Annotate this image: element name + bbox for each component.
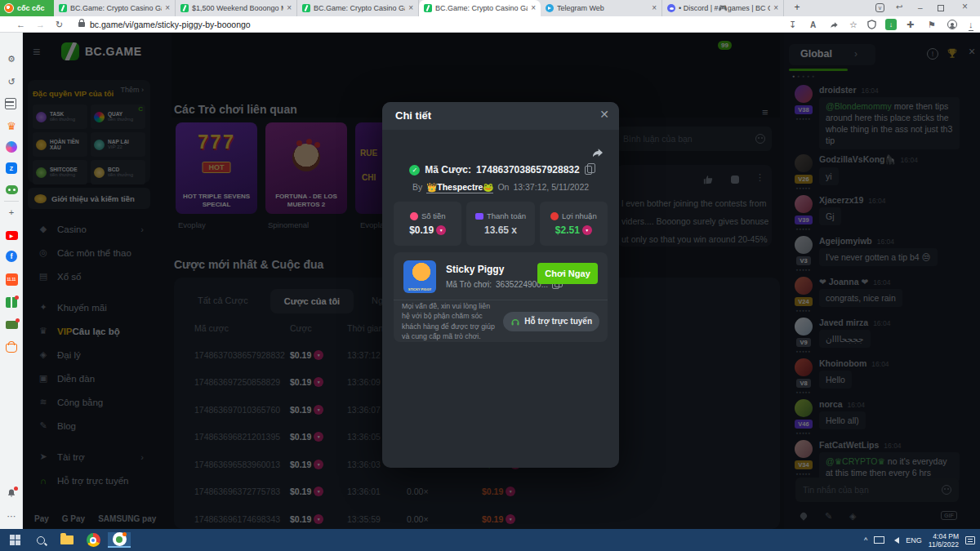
hidden-icons-chevron[interactable]: ^	[864, 536, 867, 544]
network-icon[interactable]	[874, 536, 884, 544]
games-controller-icon[interactable]	[5, 183, 18, 196]
tab-favicon	[302, 4, 310, 12]
shopping-cart-icon[interactable]	[5, 341, 18, 354]
bet-stats: Số tiền $0.19 Thanh toán 13.65 x Lợi nhu…	[394, 202, 608, 246]
more-icon[interactable]: ⋯	[5, 509, 18, 522]
window-minimize-button[interactable]: –	[918, 3, 923, 13]
tab-favicon	[667, 4, 675, 12]
language-indicator[interactable]: ENG	[906, 536, 922, 544]
modal-title: Chi tiết	[395, 109, 431, 122]
new-tab-button[interactable]: +	[791, 2, 804, 15]
tab-search-icon[interactable]: v	[875, 3, 884, 12]
stat-box: Lợi nhuận $2.51	[540, 202, 608, 246]
headset-icon	[510, 317, 520, 327]
browser-tab[interactable]: Telegram Web ×	[541, 0, 662, 16]
coccoc-brand-name: cốc cốc	[17, 4, 45, 12]
sale-11-11-icon[interactable]: 11.11	[5, 273, 18, 286]
tab-close-icon[interactable]: ×	[408, 4, 413, 12]
downloads-icon[interactable]: ↓	[969, 19, 973, 31]
browser-tab[interactable]: BC.Game: Crypto Casino Gam ×	[54, 0, 176, 16]
restore-session-icon[interactable]: ↩	[896, 2, 902, 12]
rail-divider	[4, 201, 19, 202]
play-now-button[interactable]: Chơi Ngay	[537, 263, 598, 284]
volume-icon[interactable]	[891, 537, 899, 544]
chrome-icon[interactable]	[82, 532, 105, 548]
browser-tab[interactable]: BC.Game: Crypto Casino Gan ×	[297, 0, 419, 16]
history-icon[interactable]: ↺	[5, 75, 18, 88]
coccoc-taskbar-icon[interactable]	[108, 532, 131, 548]
settings-gear-icon[interactable]: ⚙	[5, 52, 18, 65]
notification-bell-icon[interactable]	[5, 487, 18, 500]
forward-icon[interactable]: →	[36, 19, 45, 30]
window-close-button[interactable]: ×	[962, 2, 968, 11]
save-page-icon[interactable]: ↧	[789, 19, 796, 30]
back-icon[interactable]: ←	[16, 19, 25, 30]
reload-icon[interactable]: ↻	[56, 19, 63, 30]
crown-rewards-icon[interactable]: ♛	[5, 119, 18, 132]
bettor-username[interactable]: 👑Thespectre🐸	[426, 182, 493, 193]
adblock-shield-icon[interactable]	[867, 20, 876, 29]
download-manager-icon[interactable]: ↓	[885, 19, 897, 30]
tab-close-icon[interactable]: ×	[531, 4, 536, 12]
stat-box: Số tiền $0.19	[394, 202, 461, 246]
profile-icon[interactable]	[947, 20, 957, 29]
tab-favicon	[546, 4, 554, 12]
facebook-icon[interactable]: f	[5, 250, 18, 263]
youtube-icon[interactable]: ▶	[5, 229, 18, 242]
add-shortcut-icon[interactable]: +	[5, 206, 18, 219]
tab-title: BC.Game: Crypto Casino Gan	[314, 4, 405, 12]
action-center-icon[interactable]	[965, 536, 975, 544]
browser-addressbar: ← → ↻ bc.game/vi/game/sticky-piggy-by-bo…	[0, 16, 980, 33]
bet-datetime: 13:37:12, 5/11/2022	[513, 182, 589, 192]
share-icon[interactable]	[591, 146, 604, 159]
zalo-icon[interactable]: Z	[5, 162, 18, 175]
token-icon	[436, 225, 446, 235]
taskbar-search-icon[interactable]	[29, 532, 52, 548]
game-thumbnail[interactable]: STICKY PIGGY	[403, 260, 436, 293]
live-support-button[interactable]: Hỗ trợ trực tuyến	[503, 312, 599, 331]
tab-favicon	[424, 4, 432, 12]
tab-close-icon[interactable]: ×	[773, 4, 778, 12]
flag-icon[interactable]: ⚑	[928, 19, 936, 30]
school-icon[interactable]	[5, 318, 18, 331]
browser-tab[interactable]: $1,500 Weekend Booongo M ×	[176, 0, 297, 16]
windows-taskbar: ^ ENG 4:04 PM11/6/2022	[0, 529, 980, 551]
stat-icon	[410, 212, 418, 220]
bet-byline: By 👑Thespectre🐸 On 13:37:12, 5/11/2022	[382, 182, 619, 193]
url-text[interactable]: bc.game/vi/game/sticky-piggy-by-booongo	[90, 20, 251, 29]
bcgame-page: ≡ BC.GAME ◆ Casino ◎ Các môn thể thao CR…	[23, 33, 980, 529]
bet-id-line: ✓ Mã Cược: 1748637038657928832	[382, 164, 619, 176]
tab-favicon	[59, 4, 67, 12]
tab-close-icon[interactable]: ×	[287, 4, 292, 12]
file-explorer-icon[interactable]	[56, 532, 78, 548]
coccoc-sidebar-rail: ⚙ ↺ ♛ Z + ▶ f 11.11 ⋯	[0, 33, 23, 529]
window-maximize-button[interactable]	[938, 4, 944, 14]
system-tray: ^ ENG 4:04 PM11/6/2022	[864, 529, 975, 551]
messenger-icon[interactable]	[5, 140, 18, 153]
lock-icon[interactable]	[78, 22, 85, 27]
copy-icon[interactable]	[585, 166, 592, 175]
coccoc-brand: cốc cốc	[0, 0, 54, 16]
translate-icon[interactable]: A	[810, 20, 816, 31]
tab-title: $1,500 Weekend Booongo M	[192, 4, 283, 12]
tab-close-icon[interactable]: ×	[165, 4, 170, 12]
tab-title: • Discord | #🎮games | BC G	[679, 4, 770, 12]
start-button[interactable]	[3, 532, 26, 548]
token-icon	[582, 225, 592, 235]
modal-header: Chi tiết ✕	[382, 102, 619, 130]
clock[interactable]: 4:04 PM11/6/2022	[929, 532, 959, 549]
extensions-icon[interactable]: ✚	[906, 19, 914, 30]
bookmark-star-icon[interactable]: ☆	[849, 19, 858, 30]
news-feed-icon[interactable]	[5, 98, 16, 109]
tab-favicon	[180, 4, 189, 12]
stat-box: Thanh toán 13.65 x	[466, 202, 534, 246]
browser-tab[interactable]: BC.Game: Crypto Casino Ga ×	[419, 0, 541, 16]
modal-close-icon[interactable]: ✕	[599, 108, 609, 121]
browser-tabs: BC.Game: Crypto Casino Gam × $1,500 Week…	[54, 0, 784, 16]
gift-icon[interactable]	[5, 295, 18, 309]
browser-tabbar: cốc cốc BC.Game: Crypto Casino Gam × $1,…	[0, 0, 980, 16]
tab-close-icon[interactable]: ×	[652, 4, 657, 12]
share-icon[interactable]	[830, 20, 839, 29]
browser-tab[interactable]: • Discord | #🎮games | BC G ×	[662, 0, 784, 16]
stat-icon	[550, 212, 559, 220]
